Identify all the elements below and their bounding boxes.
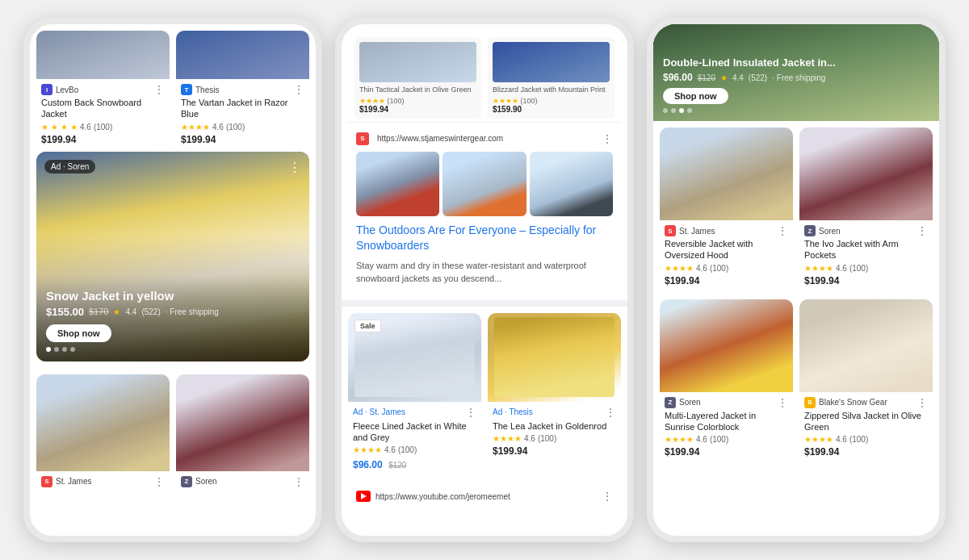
product-card-ivo[interactable]: Z Soren ⋮ The Ivo Jacket with Arm Pocket… xyxy=(799,127,933,293)
brand-name-soren: Soren xyxy=(195,477,217,486)
price: $199.94 xyxy=(36,134,170,145)
phone3-product-grid: S St. James ⋮ Reversible Jacket with Ove… xyxy=(653,121,939,470)
more-options-icon[interactable]: ⋮ xyxy=(605,407,616,418)
hero-ad-reviews: 4.4 xyxy=(125,307,136,316)
brand-icon-levbo: I xyxy=(41,84,52,95)
search-image-1 xyxy=(356,152,439,216)
product-card-levbo[interactable]: I LevBo ⋮ Custom Back Snowboard Jacket ★… xyxy=(36,31,170,145)
hero-ad3-title: Double-Lined Insulated Jacket in... xyxy=(663,56,929,69)
hero-ad3-shipping: · Free shipping xyxy=(772,73,825,82)
product-title: Multi-Layered Jacket in Sunrise Colorblo… xyxy=(660,410,793,436)
more-options-icon[interactable]: ⋮ xyxy=(465,407,476,418)
search-image-3 xyxy=(530,152,613,216)
search-result-card: Thin Tactical Jacket in Olive Green ★★★★… xyxy=(348,31,621,294)
product-card-reversible[interactable]: S St. James ⋮ Reversible Jacket with Ove… xyxy=(660,127,793,293)
product-image-wrap xyxy=(488,313,621,402)
product-title-levbo: Custom Back Snowboard Jacket xyxy=(36,97,170,123)
youtube-url: https://www.youtube.com/jeromeemet xyxy=(375,492,510,501)
top-product-grid: I LevBo ⋮ Custom Back Snowboard Jacket ★… xyxy=(30,24,316,145)
ad-tag-lea: Ad · Thesis xyxy=(493,407,533,416)
hero-ad-overlay: Snow Jacket in yellow $155.00 $170 ★ 4.4… xyxy=(36,276,309,361)
phone-3: Double-Lined Insulated Jacket in... $96.… xyxy=(647,18,946,542)
phone-1-scroll[interactable]: I LevBo ⋮ Custom Back Snowboard Jacket ★… xyxy=(30,24,316,536)
ad-badge: Ad · Soren xyxy=(44,160,95,173)
sale-badge: Sale xyxy=(354,320,381,332)
shop-now-button[interactable]: Shop now xyxy=(46,324,111,342)
more-options-icon[interactable]: ⋮ xyxy=(917,225,928,236)
rating: 4.6 xyxy=(524,434,535,443)
section-divider xyxy=(342,300,627,307)
star-icon: ★ xyxy=(51,123,58,132)
phone-2: Thin Tactical Jacket in Olive Green ★★★★… xyxy=(335,18,634,542)
product-title: The Ivo Jacket with Arm Pockets xyxy=(799,238,933,264)
hero-ad3-price: $96.00 xyxy=(663,72,693,83)
product-title: Reversible Jacket with Oversized Hood xyxy=(660,238,793,264)
price: $199.94 xyxy=(660,446,793,458)
more-options-icon[interactable]: ⋮ xyxy=(293,84,304,95)
search-url-row: S https://www.stjameswintergear.com ⋮ xyxy=(348,126,621,152)
ad-product-lea-info: Ad · Thesis ⋮ The Lea Jacket in Goldenro… xyxy=(488,402,621,463)
brand-icon: S xyxy=(665,225,676,236)
search-result-title[interactable]: The Outdoors Are For Everyone – Especial… xyxy=(348,223,621,259)
bottom-product-grid: S St. James ⋮ Z Soren ⋮ xyxy=(30,368,316,502)
star-icon: ★★★★ xyxy=(665,264,694,273)
reviews: (100) xyxy=(849,264,868,273)
brand-name-st-james: St. James xyxy=(56,477,91,486)
price-original: $120 xyxy=(388,461,406,470)
more-options-icon[interactable]: ⋮ xyxy=(153,476,165,487)
reviews: (100) xyxy=(710,264,728,273)
price-sale: $96.00 xyxy=(353,459,383,470)
product-title-thesis: The Vartan Jacket in Razor Blue xyxy=(176,97,309,123)
brand-icon: Z xyxy=(804,225,816,236)
more-options-icon[interactable]: ⋮ xyxy=(153,84,165,95)
brand-name: Soren xyxy=(819,227,841,236)
ad-tag-fleece: Ad · St. James xyxy=(353,407,405,416)
youtube-link[interactable]: https://www.youtube.com/jeromeemet xyxy=(356,491,510,502)
more-options-icon[interactable]: ⋮ xyxy=(293,476,304,487)
ad-product-lea[interactable]: Ad · Thesis ⋮ The Lea Jacket in Goldenro… xyxy=(488,313,621,479)
more-options-icon[interactable]: ⋮ xyxy=(777,397,788,408)
hero-ad3-shop-button[interactable]: Shop now xyxy=(663,88,728,104)
hero-ad3-rating: 4.4 xyxy=(732,73,744,82)
rating: 4.6 xyxy=(384,445,396,454)
hero-ad-shipping: · Free shipping xyxy=(166,307,219,316)
brand-name: Blake's Snow Gear xyxy=(819,398,887,407)
more-options-icon[interactable]: ⋮ xyxy=(602,491,613,502)
search-result-snippet: Stay warm and dry in these water-resista… xyxy=(348,259,621,286)
star-icon: ★★★★ xyxy=(804,435,833,444)
site-url: https://www.stjameswintergear.com xyxy=(377,134,503,143)
ad-product-fleece[interactable]: Sale Ad · St. James ⋮ Fleece Lined Jacke… xyxy=(348,313,481,479)
phone-2-scroll[interactable]: Thin Tactical Jacket in Olive Green ★★★★… xyxy=(342,24,627,536)
site-favicon: S xyxy=(356,132,369,145)
more-options-icon[interactable]: ⋮ xyxy=(917,397,928,408)
phone-3-scroll[interactable]: Double-Lined Insulated Jacket in... $96.… xyxy=(653,24,939,536)
phone-1: I LevBo ⋮ Custom Back Snowboard Jacket ★… xyxy=(23,18,322,542)
price: $199.94 xyxy=(660,275,793,286)
brand-icon: Z xyxy=(665,397,676,408)
star-icon: ★★★★ xyxy=(181,123,210,132)
youtube-row[interactable]: https://www.youtube.com/jeromeemet ⋮ xyxy=(348,484,621,508)
star-icon: ★★★★ xyxy=(665,435,694,444)
more-options-icon[interactable]: ⋮ xyxy=(777,225,788,236)
product-card-silva[interactable]: B Blake's Snow Gear ⋮ Zippered Silva Jac… xyxy=(799,299,933,465)
star-icon: ★ xyxy=(70,123,78,132)
ad-product-pair: Sale Ad · St. James ⋮ Fleece Lined Jacke… xyxy=(342,307,627,485)
rating-text: 4.6 xyxy=(212,123,224,132)
rating: 4.6 xyxy=(836,264,847,273)
brand-icon-thesis: T xyxy=(181,84,192,95)
brand-name: St. James xyxy=(679,227,715,236)
ad-menu-icon[interactable]: ⋮ xyxy=(288,160,301,175)
product-card-thesis[interactable]: T Thesis ⋮ The Vartan Jacket in Razor Bl… xyxy=(176,31,309,145)
price: $199.94 xyxy=(176,134,309,145)
rating: 4.6 xyxy=(836,435,847,444)
more-options-icon[interactable]: ⋮ xyxy=(602,133,613,144)
star-icon: ★ xyxy=(61,123,68,132)
carousel-dots xyxy=(663,108,929,113)
hero-ad3-stars: ★ xyxy=(720,73,728,82)
product-card-st-james[interactable]: S St. James ⋮ xyxy=(36,374,170,495)
product-card-multi[interactable]: Z Soren ⋮ Multi-Layered Jacket in Sunris… xyxy=(660,299,793,465)
product-card-soren[interactable]: Z Soren ⋮ xyxy=(176,374,309,495)
product-title: Zippered Silva Jacket in Olive Green xyxy=(799,410,933,436)
reviews: (100) xyxy=(849,435,868,444)
rating-text: 4.6 xyxy=(80,123,91,132)
